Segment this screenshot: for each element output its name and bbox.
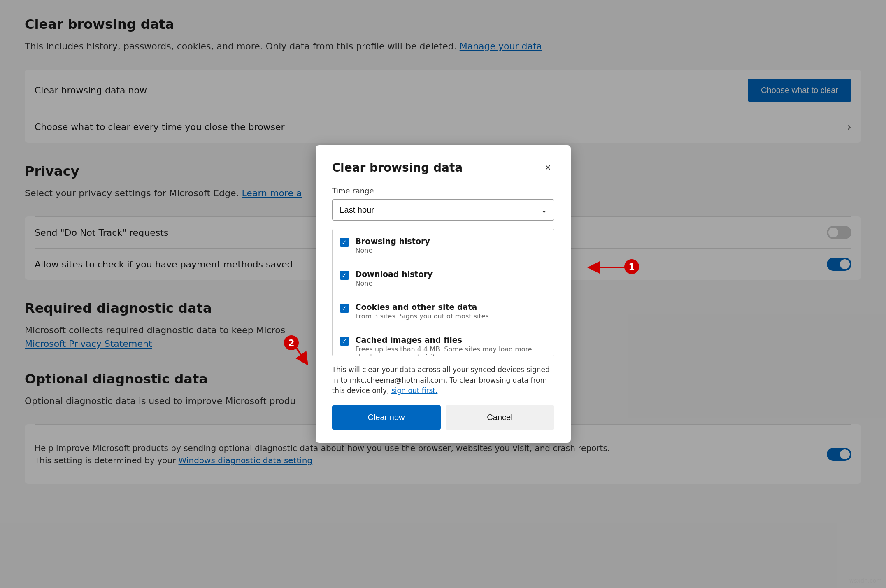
clear-browsing-data-modal: Clear browsing data × Time range Last ho… — [316, 145, 571, 443]
svg-line-1 — [292, 342, 305, 360]
sync-notice: This will clear your data across all you… — [332, 365, 554, 396]
clear-now-button[interactable]: Clear now — [332, 405, 441, 430]
checkbox-2[interactable]: ✓ — [340, 304, 349, 313]
time-range-wrapper: Last hour Last 24 hours Last 7 days Last… — [332, 199, 554, 221]
checkbox-0[interactable]: ✓ — [340, 238, 349, 247]
modal-overlay: Clear browsing data × Time range Last ho… — [0, 0, 886, 588]
checkbox-label-0: Browsing history — [356, 237, 546, 246]
checkbox-item-0[interactable]: ✓ Browsing history None — [333, 229, 554, 262]
checkbox-desc-0: None — [356, 246, 546, 254]
time-range-select[interactable]: Last hour Last 24 hours Last 7 days Last… — [332, 199, 554, 221]
time-range-label: Time range — [332, 186, 554, 195]
modal-title: Clear browsing data — [332, 161, 463, 174]
modal-actions: Clear now Cancel — [332, 405, 554, 430]
checkbox-item-2[interactable]: ✓ Cookies and other site data From 3 sit… — [333, 295, 554, 328]
checkmark-icon: ✓ — [342, 272, 347, 279]
annotation-arrow-1: 1 — [586, 255, 635, 281]
checkmark-icon: ✓ — [342, 304, 347, 312]
modal-close-button[interactable]: × — [542, 160, 554, 175]
checkbox-label-2: Cookies and other site data — [356, 302, 546, 311]
checkbox-list: ✓ Browsing history None ✓ Download histo… — [332, 229, 554, 356]
checkmark-icon: ✓ — [342, 337, 347, 345]
checkbox-1[interactable]: ✓ — [340, 271, 349, 280]
checkmark-icon: ✓ — [342, 239, 347, 246]
checkbox-desc-2: From 3 sites. Signs you out of most site… — [356, 312, 546, 320]
checkbox-desc-3: Frees up less than 4.4 MB. Some sites ma… — [356, 345, 546, 356]
annotation-number-2: 2 — [284, 335, 299, 350]
annotation-number-1: 1 — [624, 259, 639, 274]
checkbox-label-3: Cached images and files — [356, 335, 546, 344]
modal-header: Clear browsing data × — [332, 160, 554, 175]
annotation-arrow-2: 2 — [280, 337, 317, 368]
checkbox-desc-1: None — [356, 279, 546, 287]
checkbox-item-1[interactable]: ✓ Download history None — [333, 262, 554, 295]
checkbox-3[interactable]: ✓ — [340, 337, 349, 346]
settings-page: Clear browsing data This includes histor… — [0, 0, 886, 588]
sign-out-link[interactable]: sign out first. — [391, 386, 437, 395]
cancel-button[interactable]: Cancel — [446, 405, 554, 430]
checkbox-label-1: Download history — [356, 270, 546, 279]
checkbox-item-3[interactable]: ✓ Cached images and files Frees up less … — [333, 328, 554, 356]
watermark: wsxdn.com — [849, 577, 882, 584]
